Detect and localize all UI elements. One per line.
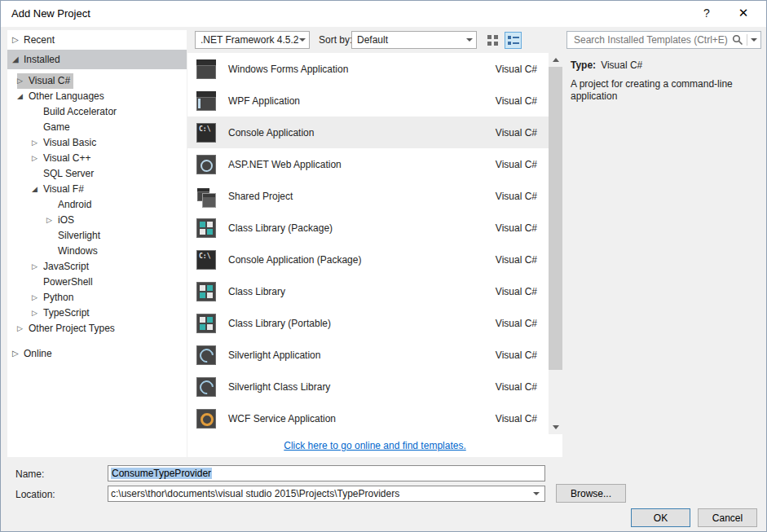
sort-dropdown[interactable]: Default [351, 31, 477, 49]
search-input[interactable] [572, 33, 732, 46]
search-box[interactable] [566, 31, 761, 49]
location-label: Location: [15, 489, 55, 500]
project-location-combo[interactable]: c:\users\thor\documents\visual studio 20… [108, 486, 545, 502]
template-item-wpf-application[interactable]: WPF Application Visual C# [187, 85, 549, 117]
template-item-aspnet-web-application[interactable]: ASP.NET Web Application Visual C# [187, 148, 549, 180]
sidebar-item-sql-server[interactable]: SQL Server [7, 166, 187, 182]
chevron-expanded-icon[interactable]: ◢ [12, 50, 24, 69]
template-item-silverlight-class-library[interactable]: Silverlight Class Library Visual C# [187, 371, 549, 402]
sidebar-item-label: Other Languages [29, 89, 104, 104]
scroll-up-button[interactable] [549, 53, 562, 67]
type-label: Type: [571, 59, 596, 71]
chevron-right-icon[interactable]: ▷ [32, 306, 43, 321]
chevron-right-icon[interactable]: ▷ [32, 135, 43, 151]
sidebar-item-build-accelerator[interactable]: Build Accelerator [7, 104, 187, 120]
template-item-class-library[interactable]: Class Library Visual C# [187, 275, 549, 307]
project-name-input[interactable]: ConsumeTypeProvider [108, 465, 545, 481]
template-item-silverlight-application[interactable]: Silverlight Application Visual C# [187, 339, 549, 371]
sidebar-item-label: JavaScript [43, 259, 89, 275]
sidebar-item-visual-basic[interactable]: ▷ Visual Basic [7, 135, 187, 151]
chevron-right-icon[interactable]: ▷ [46, 213, 58, 228]
silverlight-application-icon [194, 343, 218, 367]
chevron-right-icon[interactable]: ▷ [32, 151, 43, 166]
search-icon[interactable] [732, 34, 743, 46]
template-name: Console Application (Package) [228, 254, 361, 266]
template-list-scrollbar[interactable] [549, 53, 562, 434]
template-language: Visual C# [496, 191, 537, 202]
sidebar-item-powershell[interactable]: PowerShell [7, 275, 187, 290]
template-language: Visual C# [496, 95, 537, 107]
sidebar-item-online[interactable]: ▷ Online [7, 344, 187, 363]
sidebar-item-javascript[interactable]: ▷ JavaScript [7, 259, 187, 275]
chevron-right-icon[interactable]: ▷ [32, 290, 43, 306]
chevron-right-icon[interactable]: ▷ [12, 30, 24, 50]
template-item-shared-project[interactable]: Shared Project Visual C# [187, 180, 549, 212]
template-name: Silverlight Class Library [228, 381, 330, 393]
online-link-strip: Click here to go online and find templat… [187, 434, 562, 457]
sidebar-item-visual-csharp[interactable]: ▷ Visual C# [7, 73, 187, 89]
sidebar-item-installed[interactable]: ◢ Installed [7, 50, 187, 69]
aspnet-web-application-icon [194, 152, 218, 177]
chevron-expanded-icon[interactable]: ◢ [32, 182, 43, 197]
sort-by-label: Sort by: [319, 34, 352, 46]
template-language: Visual C# [496, 222, 537, 234]
template-name: Class Library [228, 286, 285, 297]
template-language: Visual C# [496, 254, 537, 266]
sidebar-item-other-project-types[interactable]: ▷ Other Project Types [7, 321, 187, 336]
sidebar-item-label: Recent [24, 30, 55, 50]
wcf-service-application-icon [194, 407, 218, 431]
online-templates-link[interactable]: Click here to go online and find templat… [284, 440, 465, 451]
view-mode-grid-button[interactable] [484, 32, 501, 49]
browse-button[interactable]: Browse... [556, 484, 626, 503]
template-name: Class Library (Portable) [228, 318, 331, 329]
template-language: Visual C# [496, 381, 537, 393]
chevron-down-icon[interactable] [533, 492, 540, 495]
template-item-windows-forms-application[interactable]: Windows Forms Application Visual C# [187, 53, 549, 85]
template-item-wcf-service-application[interactable]: WCF Service Application Visual C# [187, 402, 549, 434]
sidebar-item-windows[interactable]: Windows [7, 244, 187, 259]
chevron-down-icon[interactable] [466, 38, 473, 42]
template-item-console-application[interactable]: Console Application Visual C# [187, 117, 549, 148]
project-name-value: ConsumeTypeProvider [111, 468, 212, 479]
help-button[interactable]: ? [694, 1, 719, 26]
scroll-down-button[interactable] [549, 420, 562, 434]
template-name: WPF Application [228, 95, 300, 107]
template-item-class-library-package[interactable]: Class Library (Package) Visual C# [187, 212, 549, 244]
sidebar-item-typescript[interactable]: ▷ TypeScript [7, 306, 187, 321]
sidebar-item-visual-fsharp[interactable]: ◢ Visual F# [7, 182, 187, 197]
close-button[interactable]: ✕ [729, 1, 758, 26]
view-mode-list-button[interactable] [505, 32, 522, 49]
chevron-right-icon[interactable]: ▷ [17, 73, 29, 89]
sidebar-item-python[interactable]: ▷ Python [7, 290, 187, 306]
class-library-package-icon [194, 216, 218, 240]
sidebar-item-label: Android [58, 197, 91, 213]
sidebar-item-label: Windows [58, 244, 98, 259]
chevron-down-icon[interactable] [299, 38, 306, 42]
sidebar-item-android[interactable]: Android [7, 197, 187, 213]
ok-button[interactable]: OK [631, 508, 690, 527]
framework-dropdown[interactable]: .NET Framework 4.5.2 [195, 31, 310, 49]
chevron-right-icon[interactable]: ▷ [12, 344, 24, 363]
template-item-console-application-package[interactable]: Console Application (Package) Visual C# [187, 244, 549, 275]
chevron-right-icon[interactable]: ▷ [17, 321, 29, 336]
sidebar-item-label: Installed [24, 50, 60, 69]
categories-tree: ▷ Recent ◢ Installed ▷ Visual C# ◢ Other… [7, 30, 187, 457]
chevron-down-icon[interactable] [751, 38, 757, 42]
class-library-icon [194, 279, 218, 304]
sidebar-item-other-languages[interactable]: ◢ Other Languages [7, 89, 187, 104]
chevron-right-icon[interactable]: ▷ [32, 259, 43, 275]
sidebar-item-label: Python [43, 290, 73, 306]
sidebar-item-visual-cpp[interactable]: ▷ Visual C++ [7, 151, 187, 166]
template-name: Windows Forms Application [228, 64, 348, 75]
windows-forms-application-icon [194, 57, 218, 81]
scrollbar-thumb[interactable] [549, 67, 562, 370]
cancel-button[interactable]: Cancel [698, 508, 757, 527]
sidebar-item-label: Silverlight [58, 228, 100, 244]
chevron-expanded-icon[interactable]: ◢ [17, 89, 29, 104]
template-item-class-library-portable[interactable]: Class Library (Portable) Visual C# [187, 307, 549, 339]
sidebar-item-game[interactable]: Game [7, 120, 187, 135]
name-label: Name: [15, 468, 44, 480]
sidebar-item-silverlight[interactable]: Silverlight [7, 228, 187, 244]
sidebar-item-recent[interactable]: ▷ Recent [7, 30, 187, 50]
sidebar-item-ios[interactable]: ▷ iOS [7, 213, 187, 228]
